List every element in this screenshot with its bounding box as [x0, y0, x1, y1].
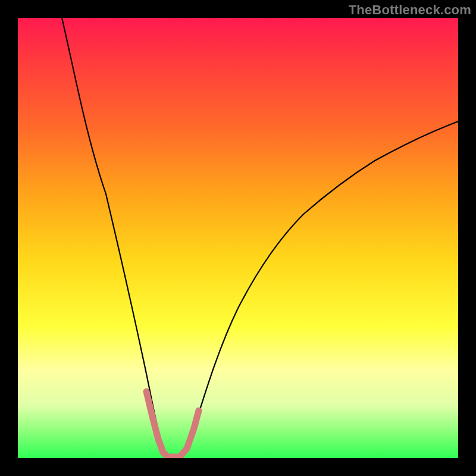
chart-frame: TheBottleneck.com: [0, 0, 476, 476]
bottleneck-curve: [62, 18, 458, 457]
watermark-text: TheBottleneck.com: [349, 2, 471, 18]
highlight-segment: [146, 392, 199, 457]
curve-layer: [18, 18, 458, 458]
plot-area: [18, 18, 458, 458]
